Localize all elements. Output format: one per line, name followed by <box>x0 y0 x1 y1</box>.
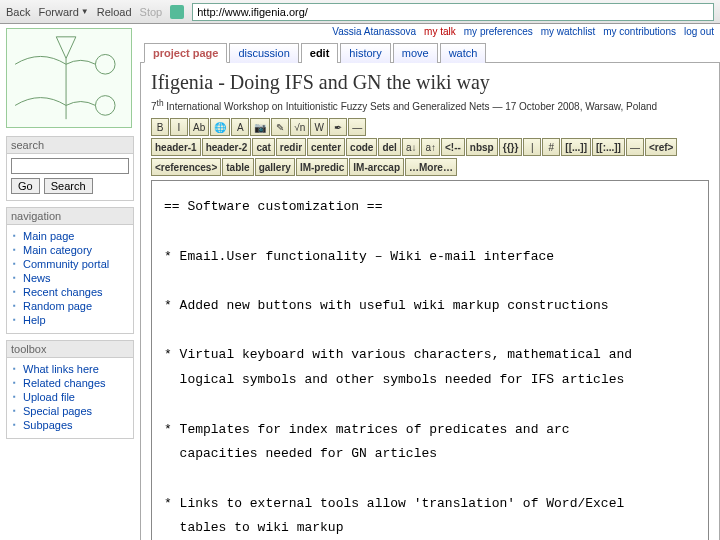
logout-link[interactable]: log out <box>684 26 714 37</box>
chevron-down-icon: ▼ <box>81 7 89 16</box>
watchlist-link[interactable]: my watchlist <box>541 26 595 37</box>
stop-button: Stop <box>140 6 163 18</box>
toolbar-button[interactable]: # <box>542 138 560 156</box>
toolbar-button[interactable]: I <box>170 118 188 136</box>
toolbar-button[interactable]: cat <box>252 138 274 156</box>
svg-point-3 <box>95 96 115 116</box>
toolbar-button[interactable]: W <box>310 118 328 136</box>
toolbar-button[interactable]: del <box>378 138 400 156</box>
mytalk-link[interactable]: my talk <box>424 26 456 37</box>
toolbar-button[interactable]: B <box>151 118 169 136</box>
toolbox-list: What links hereRelated changesUpload fil… <box>11 362 129 432</box>
toolbar-button[interactable]: [[:...]] <box>592 138 625 156</box>
sidebar-item[interactable]: Help <box>13 313 129 327</box>
sidebar-item[interactable]: Main page <box>13 229 129 243</box>
sidebar-item[interactable]: News <box>13 271 129 285</box>
navigation-heading: navigation <box>6 207 134 224</box>
sidebar-item[interactable]: Recent changes <box>13 285 129 299</box>
toolbar-button[interactable]: | <box>523 138 541 156</box>
search-button[interactable]: Search <box>44 178 93 194</box>
toolbar-button[interactable]: center <box>307 138 345 156</box>
toolbar-row-1: BIAb🌐A📷✎√nW✒— <box>151 118 709 136</box>
sidebar-item[interactable]: What links here <box>13 362 129 376</box>
contribs-link[interactable]: my contributions <box>603 26 676 37</box>
user-links: Vassia Atanassova my talk my preferences… <box>332 26 714 37</box>
reload-button[interactable]: Reload <box>97 6 132 18</box>
tab-history[interactable]: history <box>340 43 390 63</box>
toolbar-button[interactable]: header-2 <box>202 138 252 156</box>
toolbar-button[interactable]: IM-arccap <box>349 158 404 176</box>
tab-watch[interactable]: watch <box>440 43 487 63</box>
toolbox-heading: toolbox <box>6 340 134 357</box>
toolbar-button[interactable]: …More… <box>405 158 457 176</box>
toolbar-button[interactable]: Ab <box>189 118 209 136</box>
page-subtitle: 7th International Workshop on Intuitioni… <box>151 98 709 112</box>
tab-move[interactable]: move <box>393 43 438 63</box>
tab-project-page[interactable]: project page <box>144 43 227 63</box>
toolbar-button[interactable]: 🌐 <box>210 118 230 136</box>
toolbar-button[interactable]: gallery <box>255 158 295 176</box>
tab-discussion[interactable]: discussion <box>229 43 298 63</box>
toolbar-button[interactable]: code <box>346 138 377 156</box>
site-icon <box>170 5 184 19</box>
toolbar-button[interactable]: IM-predic <box>296 158 348 176</box>
toolbar-button[interactable]: a↑ <box>421 138 440 156</box>
sidebar-item[interactable]: Related changes <box>13 376 129 390</box>
toolbar-button[interactable]: 📷 <box>250 118 270 136</box>
search-input[interactable] <box>11 158 129 174</box>
toolbar-button[interactable]: ✎ <box>271 118 289 136</box>
search-box: Go Search <box>6 153 134 201</box>
tab-edit[interactable]: edit <box>301 43 339 63</box>
back-button[interactable]: Back <box>6 6 30 18</box>
toolbar-button[interactable]: redir <box>276 138 306 156</box>
toolbox-box: What links hereRelated changesUpload fil… <box>6 357 134 439</box>
toolbar-row-3: <references>tablegalleryIM-predicIM-arcc… <box>151 158 709 176</box>
sidebar: search Go Search navigation Main pageMai… <box>0 24 138 540</box>
svg-point-2 <box>95 54 115 74</box>
toolbar-button[interactable]: a↓ <box>402 138 421 156</box>
main-content: Vassia Atanassova my talk my preferences… <box>138 24 720 540</box>
sidebar-item[interactable]: Main category <box>13 243 129 257</box>
toolbar-button[interactable]: nbsp <box>466 138 498 156</box>
browser-toolbar: Back Forward ▼ Reload Stop <box>0 0 720 24</box>
toolbar-button[interactable]: — <box>626 138 644 156</box>
prefs-link[interactable]: my preferences <box>464 26 533 37</box>
svg-marker-0 <box>56 37 76 59</box>
sidebar-item[interactable]: Special pages <box>13 404 129 418</box>
toolbar-button[interactable]: A <box>231 118 249 136</box>
edit-toolbar: BIAb🌐A📷✎√nW✒— header-1header-2catredirce… <box>151 118 709 176</box>
toolbar-row-2: header-1header-2catredircentercodedela↓a… <box>151 138 709 156</box>
toolbar-button[interactable]: <references> <box>151 158 221 176</box>
site-logo[interactable] <box>6 28 132 128</box>
search-heading: search <box>6 136 134 153</box>
toolbar-button[interactable]: √n <box>290 118 309 136</box>
toolbar-button[interactable]: — <box>348 118 366 136</box>
sidebar-item[interactable]: Community portal <box>13 257 129 271</box>
page-title: Ifigenia - Doing IFS and GN the wiki way <box>151 71 709 94</box>
sidebar-item[interactable]: Random page <box>13 299 129 313</box>
wikitext-editor[interactable]: == Software customization == * Email.Use… <box>151 180 709 540</box>
navigation-list: Main pageMain categoryCommunity portalNe… <box>11 229 129 327</box>
content-area: Ifigenia - Doing IFS and GN the wiki way… <box>140 63 720 540</box>
toolbar-button[interactable]: <!-- <box>441 138 465 156</box>
go-button[interactable]: Go <box>11 178 40 194</box>
navigation-box: Main pageMain categoryCommunity portalNe… <box>6 224 134 334</box>
sidebar-item[interactable]: Subpages <box>13 418 129 432</box>
toolbar-button[interactable]: table <box>222 158 253 176</box>
user-link[interactable]: Vassia Atanassova <box>332 26 416 37</box>
toolbar-button[interactable]: {{}} <box>499 138 523 156</box>
url-input[interactable] <box>192 3 714 21</box>
forward-button[interactable]: Forward ▼ <box>38 6 88 18</box>
toolbar-button[interactable]: ✒ <box>329 118 347 136</box>
page-tabs: project page discussion edit history mov… <box>140 42 720 63</box>
toolbar-button[interactable]: <ref> <box>645 138 677 156</box>
sidebar-item[interactable]: Upload file <box>13 390 129 404</box>
toolbar-button[interactable]: [[...]] <box>561 138 591 156</box>
toolbar-button[interactable]: header-1 <box>151 138 201 156</box>
